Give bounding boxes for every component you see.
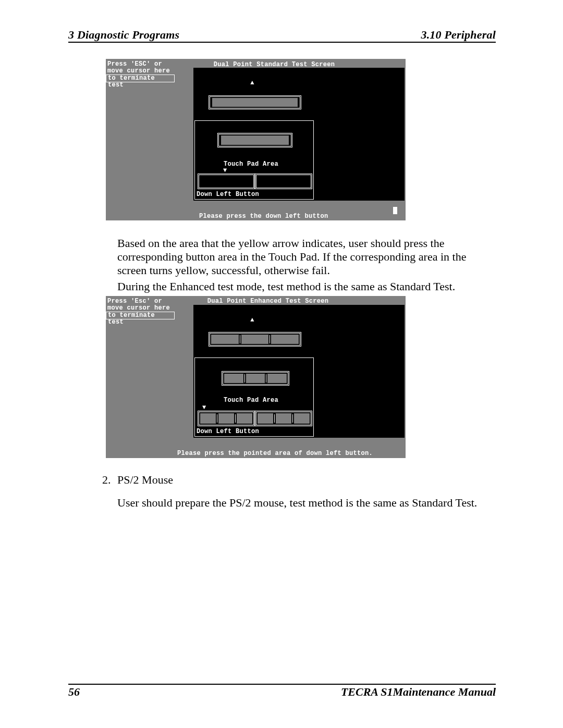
top-button-seg3[interactable] <box>271 335 299 344</box>
header-rule <box>68 42 496 43</box>
down-left-button[interactable] <box>198 411 255 426</box>
header-chapter: 3 Diagnostic Programs <box>68 28 179 42</box>
dr-seg1[interactable] <box>258 413 273 424</box>
divider-icon <box>266 374 266 382</box>
screenshot-enhanced-test: Press 'Esc' or move cursor here to termi… <box>106 296 406 458</box>
paragraph-3: User should prepare the PS/2 mouse, test… <box>117 496 495 510</box>
screenshot-standard-test: Press 'ESC' or move cursor here to termi… <box>106 59 406 220</box>
terminate-line3: to terminate test <box>106 75 174 89</box>
text-cursor-icon <box>393 207 397 214</box>
paragraph-2: During the Enhanced test mode, test meth… <box>117 280 495 293</box>
header-section: 3.10 Peripheral <box>421 28 496 42</box>
touchpad-top-fill <box>221 135 289 145</box>
prompt-text: Please press the down left button <box>199 213 345 220</box>
footer-rule <box>68 684 496 685</box>
arrow-up-icon: ▲ <box>250 317 254 324</box>
top-button-frame[interactable] <box>209 95 301 109</box>
terminate-line1: Press 'ESC' or <box>107 60 162 68</box>
down-left-button[interactable] <box>198 174 255 189</box>
pad-top-seg3[interactable] <box>267 374 287 383</box>
touchpad-top-button[interactable] <box>222 371 289 386</box>
list-item-ps2: PS/2 Mouse <box>117 473 173 487</box>
paragraph-1: Based on the area that the yellow arrow … <box>117 237 495 277</box>
divider-icon <box>235 414 236 423</box>
divider-icon <box>240 335 240 343</box>
page-number: 56 <box>68 685 80 699</box>
terminate-line1: Press 'Esc' or <box>107 298 162 305</box>
arrow-up-icon: ▲ <box>250 80 254 87</box>
touchpad-top-button[interactable] <box>217 133 292 147</box>
dr-seg3[interactable] <box>294 413 310 424</box>
dl-seg1[interactable] <box>200 413 216 424</box>
top-button-fill <box>212 98 298 107</box>
terminate-line3: to terminate test <box>106 312 174 326</box>
dr-seg2[interactable] <box>276 413 291 424</box>
down-left-label: Down Left Button <box>197 191 275 198</box>
top-button-frame[interactable] <box>209 332 301 347</box>
pad-top-seg2[interactable] <box>246 374 265 383</box>
terminate-line2: move cursor here <box>107 67 170 75</box>
dl-seg3[interactable] <box>237 413 252 424</box>
divider-icon <box>274 414 275 423</box>
top-button-seg2[interactable] <box>241 335 269 344</box>
list-number: 2. <box>102 473 111 487</box>
screen-title: Dual Point Standard Test Screen <box>212 61 337 68</box>
divider-icon <box>292 414 293 423</box>
touchpad-area-label: Touch Pad Area <box>224 397 286 404</box>
dl-seg2[interactable] <box>218 413 234 424</box>
terminate-instruction: Press 'ESC' or move cursor here <box>107 61 175 75</box>
divider-icon <box>244 374 245 382</box>
pad-top-seg1[interactable] <box>224 374 243 383</box>
prompt-text: Please press the pointed area of down le… <box>177 450 375 457</box>
divider-icon <box>270 335 270 343</box>
down-right-button[interactable] <box>255 174 312 189</box>
down-right-button[interactable] <box>255 411 312 426</box>
terminate-hotzone[interactable]: to terminate test <box>106 312 175 319</box>
screen-title: Dual Point Enhanced Test Screen <box>200 298 336 305</box>
top-button-seg1[interactable] <box>211 335 239 344</box>
touchpad-area-label: Touch Pad Area <box>224 161 286 168</box>
terminate-hotzone[interactable]: to terminate test <box>106 75 175 82</box>
manual-title: TECRA S1Maintenance Manual <box>341 685 496 699</box>
terminate-instruction: Press 'Esc' or move cursor here <box>107 298 175 312</box>
divider-icon <box>217 414 217 423</box>
down-left-label: Down Left Button <box>197 428 275 435</box>
terminate-line2: move cursor here <box>107 304 170 312</box>
